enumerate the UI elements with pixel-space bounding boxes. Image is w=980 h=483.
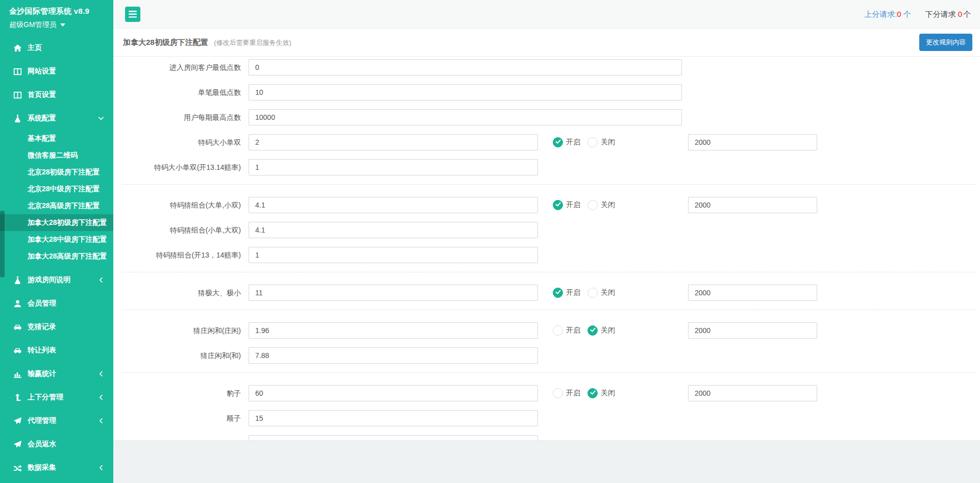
down-request-unit: 个 <box>963 10 971 18</box>
field-label: 猜庄闲和(和) <box>113 347 241 364</box>
toggle-radio-group: 开启关闭 <box>553 134 615 150</box>
sidebar-item-5[interactable]: 会员管理 <box>0 292 113 315</box>
field-input-1[interactable] <box>249 84 682 100</box>
menu-toggle-button[interactable] <box>125 7 140 22</box>
sidebar-item-8[interactable]: 输赢统计 <box>0 362 113 386</box>
sidebar-subitem-3-3[interactable]: 北京28中级房下注配置 <box>0 181 113 197</box>
radio-checked-icon[interactable] <box>553 288 563 298</box>
sidebar-item-2[interactable]: 首页设置 <box>0 83 113 107</box>
radio-checked-icon[interactable] <box>587 388 598 398</box>
limit-input-3[interactable] <box>688 134 817 150</box>
radio-unchecked-icon[interactable] <box>587 137 598 147</box>
radio-label: 关闭 <box>601 138 615 147</box>
shuffle-icon <box>13 464 22 472</box>
sidebar-subitem-3-6[interactable]: 加拿大28中级房下注配置 <box>0 231 113 248</box>
user-name: 超级GM管理员 <box>9 20 57 30</box>
sidebar-item-9[interactable]: 上下分管理 <box>0 386 113 409</box>
form-row-0: 进入房间客户最低点数 <box>113 59 980 75</box>
sidebar-subitem-3-2[interactable]: 北京28初级房下注配置 <box>0 164 113 181</box>
radio-checked-icon[interactable] <box>587 325 598 336</box>
dashed-divider <box>122 372 975 373</box>
user-menu[interactable]: 超级GM管理员 <box>9 20 104 30</box>
radio-on-checked[interactable]: 开启 <box>553 200 580 210</box>
dashed-divider <box>122 184 975 185</box>
hamburger-icon <box>129 11 137 18</box>
field-label: 特码猜组合(大单,小双) <box>113 197 241 213</box>
check-icon <box>590 389 596 397</box>
form-row-7: 特码猜组合(小单,大双) <box>113 222 980 238</box>
sidebar-subitem-3-7[interactable]: 加拿大28高级房下注配置 <box>0 248 113 265</box>
radio-checked-icon[interactable] <box>553 137 563 147</box>
bar-chart-icon <box>13 370 22 378</box>
field-input-16[interactable] <box>249 410 538 426</box>
radio-off[interactable]: 关闭 <box>587 200 615 210</box>
field-input-4[interactable] <box>249 159 538 175</box>
check-icon <box>555 201 561 209</box>
field-input-10[interactable] <box>249 285 538 301</box>
sidebar-item-11[interactable]: 会员返水 <box>0 433 113 456</box>
radio-label: 开启 <box>566 138 580 147</box>
page-subtitle: (修改后需要重启服务生效) <box>214 39 291 46</box>
radio-on[interactable]: 开启 <box>553 388 580 398</box>
radio-on[interactable]: 开启 <box>553 325 580 336</box>
field-input-12[interactable] <box>249 322 538 339</box>
check-icon <box>590 326 596 335</box>
sidebar-item-3[interactable]: 系统配置 <box>0 107 113 130</box>
sidebar-subitem-3-0[interactable]: 基本配置 <box>0 130 113 147</box>
radio-off-checked[interactable]: 关闭 <box>587 325 615 336</box>
sidebar-item-0[interactable]: 主页 <box>0 36 113 60</box>
sidebar: 金沙国际管理系统 v8.9 超级GM管理员 主页网站设置首页设置系统配置基本配置… <box>0 0 113 483</box>
radio-unchecked-icon[interactable] <box>587 288 598 298</box>
sidebar-item-label: 系统配置 <box>28 114 56 123</box>
field-input-17[interactable] <box>249 435 538 440</box>
radio-off-checked[interactable]: 关闭 <box>587 388 615 398</box>
field-input-7[interactable] <box>249 222 538 238</box>
radio-unchecked-icon[interactable] <box>553 325 563 336</box>
radio-label: 关闭 <box>601 200 615 210</box>
field-input-6[interactable] <box>249 197 538 213</box>
field-input-0[interactable] <box>249 59 682 75</box>
field-label: 用户每期最高点数 <box>113 109 241 125</box>
sidebar-item-7[interactable]: 转让列表 <box>0 339 113 362</box>
field-label: 单笔最低点数 <box>113 84 241 100</box>
up-request-link[interactable]: 上分请求:0个 <box>864 10 911 19</box>
sidebar-item-1[interactable]: 网站设置 <box>0 60 113 83</box>
form-area: 进入房间客户最低点数单笔最低点数用户每期最高点数特码大小单双开启关闭特码大小单双… <box>113 57 980 440</box>
radio-off[interactable]: 关闭 <box>587 137 615 147</box>
radio-unchecked-icon[interactable] <box>587 200 598 210</box>
field-input-15[interactable] <box>249 385 538 401</box>
app-title: 金沙国际管理系统 v8.9 <box>9 7 104 16</box>
radio-checked-icon[interactable] <box>553 200 563 210</box>
sidebar-item-6[interactable]: 竞猜记录 <box>0 315 113 339</box>
radio-on-checked[interactable]: 开启 <box>553 137 580 147</box>
radio-unchecked-icon[interactable] <box>553 388 563 398</box>
field-input-13[interactable] <box>249 347 538 364</box>
field-input-2[interactable] <box>249 109 682 125</box>
sidebar-subitem-3-5-active[interactable]: 加拿大28初级房下注配置 <box>0 214 113 231</box>
sidebar-item-10[interactable]: 代理管理 <box>0 409 113 433</box>
limit-input-12[interactable] <box>688 322 817 339</box>
sidebar-subitem-3-4[interactable]: 北京28高级房下注配置 <box>0 197 113 214</box>
sidebar-item-12[interactable]: 数据采集 <box>0 456 113 479</box>
field-input-3[interactable] <box>249 134 538 150</box>
limit-input-10[interactable] <box>688 285 817 301</box>
sidebar-scrollbar[interactable] <box>0 211 5 277</box>
limit-input-15[interactable] <box>688 385 817 401</box>
field-input-8[interactable] <box>249 247 538 263</box>
sidebar-item-4[interactable]: 游戏房间说明 <box>0 268 113 292</box>
main-area: 上分请求:0个 下分请求0个 加拿大28初级房下注配置 (修改后需要重启服务生效… <box>113 0 980 483</box>
change-rules-button[interactable]: 更改规则内容 <box>919 34 972 51</box>
form-row-16: 顺子 <box>113 410 980 426</box>
page-title: 加拿大28初级房下注配置 <box>123 38 208 46</box>
sidebar-subitem-3-1[interactable]: 微信客服二维码 <box>0 147 113 164</box>
radio-on-checked[interactable]: 开启 <box>553 288 580 298</box>
radio-label: 开启 <box>566 326 580 335</box>
sidebar-item-label: 会员管理 <box>28 299 56 308</box>
form-row-15: 豹子开启关闭 <box>113 385 980 401</box>
field-label: 猜庄闲和(庄闲) <box>113 322 241 339</box>
radio-label: 关闭 <box>601 326 615 335</box>
form-row-2: 用户每期最高点数 <box>113 109 980 125</box>
sidebar-item-label: 输赢统计 <box>28 369 56 378</box>
radio-off[interactable]: 关闭 <box>587 288 615 298</box>
limit-input-6[interactable] <box>688 197 817 213</box>
